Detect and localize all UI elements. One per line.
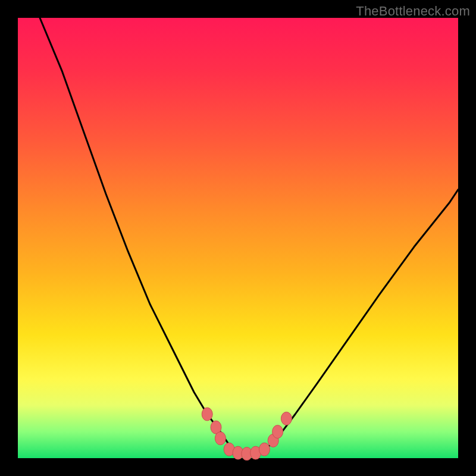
marker-dot: [215, 432, 226, 445]
curve-layer: [18, 18, 458, 458]
bottleneck-curve: [40, 18, 458, 454]
marker-dot: [202, 408, 212, 421]
marker-dot: [281, 412, 292, 425]
chart-frame: TheBottleneck.com: [0, 0, 476, 476]
marker-dot: [259, 443, 270, 456]
plot-area: [18, 18, 458, 458]
watermark-text: TheBottleneck.com: [356, 4, 470, 19]
sweet-spot-markers: [202, 408, 292, 461]
marker-dot: [273, 425, 283, 439]
